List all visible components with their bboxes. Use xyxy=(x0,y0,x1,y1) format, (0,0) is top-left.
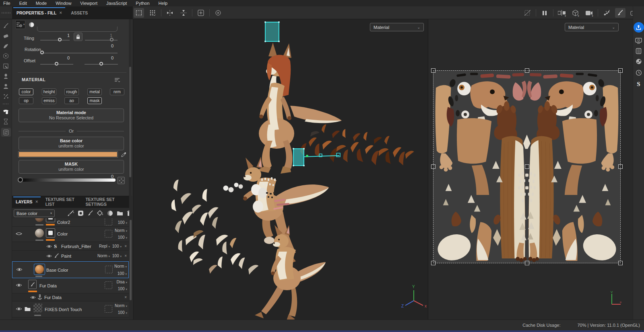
marquee-handle[interactable] xyxy=(431,164,436,169)
visibility-eye-icon[interactable] xyxy=(30,295,36,299)
menu-help[interactable]: Help xyxy=(159,1,168,6)
remove-effect-icon[interactable]: × xyxy=(124,254,127,258)
effects-tool-icon[interactable] xyxy=(1,91,11,101)
tab-properties-fill[interactable]: PROPERTIES - FILL × xyxy=(12,6,66,19)
add-frame-icon[interactable] xyxy=(196,8,206,18)
viewport-2d[interactable]: Material ⌄ V u xyxy=(428,19,633,320)
offset-x-value[interactable]: 0 xyxy=(67,55,70,60)
symmetry-y-icon[interactable] xyxy=(178,8,189,18)
channel-color-button[interactable]: color xyxy=(19,88,33,95)
menu-javascript[interactable]: JavaScript xyxy=(106,1,127,6)
tab-assets[interactable]: ASSETS xyxy=(66,6,92,19)
add-smart-material-icon[interactable] xyxy=(107,210,113,216)
menu-viewport[interactable]: Viewport xyxy=(80,1,97,6)
tiling-lock-icon[interactable] xyxy=(74,33,83,41)
resources-updater-icon[interactable] xyxy=(1,128,11,137)
mask-mode-button[interactable]: MASK uniform color xyxy=(19,160,124,174)
marquee-select-icon[interactable] xyxy=(134,8,144,18)
menu-window[interactable]: Window xyxy=(56,1,71,6)
projection-tool-icon[interactable] xyxy=(1,41,11,51)
visibility-eye-icon[interactable] xyxy=(16,307,22,311)
pause-engine-icon[interactable] xyxy=(539,8,550,18)
anchor-row-fur-data[interactable]: Fur Data × xyxy=(12,293,129,301)
offset-x-slider[interactable] xyxy=(40,64,73,65)
balance-icon[interactable] xyxy=(118,177,125,184)
effect-blend-mode[interactable]: Repl xyxy=(99,244,110,248)
layer-thumbnail[interactable] xyxy=(35,218,44,222)
magnet-snap-off-icon[interactable] xyxy=(522,8,533,18)
layer-blend-mode[interactable]: Norm xyxy=(114,264,127,268)
paint-tool-icon[interactable] xyxy=(1,21,11,31)
resources-sphere-icon[interactable] xyxy=(634,57,644,66)
effect-opacity[interactable]: 100 xyxy=(112,244,122,248)
base-color-mode-button[interactable]: Base color uniform color xyxy=(19,137,124,150)
layer-opacity[interactable]: 100 xyxy=(118,287,127,291)
layer-mask-thumbnail[interactable] xyxy=(46,218,55,222)
channel-rough-button[interactable]: rough xyxy=(64,88,79,95)
layer-row-fixes-group[interactable]: FIXES Don't Touch Norm 100 xyxy=(12,301,129,318)
fill-material-subtab[interactable] xyxy=(27,20,37,29)
tiling-y-slider[interactable] xyxy=(85,40,118,41)
add-effect-wand-icon[interactable] xyxy=(68,210,74,216)
tiling-x-slider[interactable] xyxy=(40,40,70,41)
channel-metal-button[interactable]: metal xyxy=(87,88,102,95)
substance-share-icon[interactable]: S xyxy=(634,79,644,89)
remove-anchor-icon[interactable]: × xyxy=(124,295,127,299)
layer-blend-mode[interactable]: Disa xyxy=(116,280,127,284)
layers-scrollbar[interactable] xyxy=(129,196,132,320)
view-3d-icon[interactable]: ▾ xyxy=(570,8,581,18)
fill-settings-subtab[interactable] xyxy=(15,20,25,29)
share-export-icon[interactable] xyxy=(634,22,644,33)
layer-row-base-color[interactable]: Base Color Norm 100 xyxy=(12,261,129,278)
uv-texture-canvas[interactable] xyxy=(433,71,620,263)
mask-grayscale-slider[interactable] xyxy=(18,178,116,182)
marquee-handle[interactable] xyxy=(431,68,436,73)
marquee-handle[interactable] xyxy=(525,68,529,73)
visibility-eye-icon[interactable] xyxy=(16,283,22,287)
polygon-fill-tool-icon[interactable] xyxy=(1,51,11,61)
visibility-eye-icon[interactable] xyxy=(46,244,52,248)
channel-nrm-button[interactable]: nrm xyxy=(110,88,124,95)
layer-mask-slot[interactable] xyxy=(105,230,112,238)
visibility-eye-icon[interactable] xyxy=(16,232,22,236)
channel-select-dropdown[interactable]: Base color ▾ xyxy=(14,209,55,217)
effect-row-paint[interactable]: Paint Norm 100 × xyxy=(12,251,129,261)
reset-history-icon[interactable] xyxy=(213,8,223,18)
tab-layers[interactable]: LAYERS × xyxy=(12,196,42,208)
layer-mask-slot[interactable] xyxy=(105,266,113,273)
marquee-handle[interactable] xyxy=(618,261,623,265)
layer-opacity[interactable]: 100 xyxy=(118,271,127,276)
channel-height-button[interactable]: height xyxy=(42,88,56,95)
layer-thumbnail[interactable] xyxy=(28,280,37,289)
layer-opacity[interactable]: 100 xyxy=(118,310,127,315)
visibility-eye-icon[interactable] xyxy=(16,267,23,272)
rotation-slider[interactable] xyxy=(40,53,118,53)
selected-thumbnail-frame[interactable] xyxy=(34,264,45,275)
marquee-handle[interactable] xyxy=(618,164,623,169)
layer-row-fur-data[interactable]: Fur Data Disa 100 xyxy=(12,278,129,293)
channel-emiss-button[interactable]: emiss xyxy=(42,97,56,104)
hourglass-icon[interactable] xyxy=(1,117,11,127)
add-fill-layer-icon[interactable] xyxy=(97,210,103,216)
add-paint-layer-icon[interactable] xyxy=(87,210,93,216)
menu-mode[interactable]: Mode xyxy=(36,1,47,6)
eraser-tool-icon[interactable] xyxy=(1,31,11,41)
properties-scrollbar[interactable] xyxy=(129,19,132,196)
log-panel-icon[interactable] xyxy=(634,46,644,56)
close-icon[interactable]: × xyxy=(59,10,62,16)
shader-dropdown-3d[interactable]: Material ⌄ xyxy=(370,23,424,31)
layer-row-color2[interactable]: Color2 100 xyxy=(12,218,129,227)
layer-row-color[interactable]: Color Norm 100 xyxy=(12,227,129,242)
visibility-eye-icon[interactable] xyxy=(46,254,52,258)
menu-edit[interactable]: Edit xyxy=(19,1,27,6)
marquee-handle[interactable] xyxy=(431,261,436,265)
split-view-icon[interactable]: ▾ xyxy=(557,8,567,18)
quick-mask-grid-icon[interactable] xyxy=(147,8,158,18)
display-settings-icon[interactable] xyxy=(634,36,644,45)
eyedropper-icon[interactable] xyxy=(120,151,127,158)
channel-op-button[interactable]: op xyxy=(19,97,33,104)
symmetry-x-icon[interactable] xyxy=(165,8,175,18)
group-thumbnail[interactable] xyxy=(33,303,42,312)
layer-blend-mode[interactable]: Norm xyxy=(115,303,127,308)
channel-filter-icon[interactable] xyxy=(114,76,121,84)
